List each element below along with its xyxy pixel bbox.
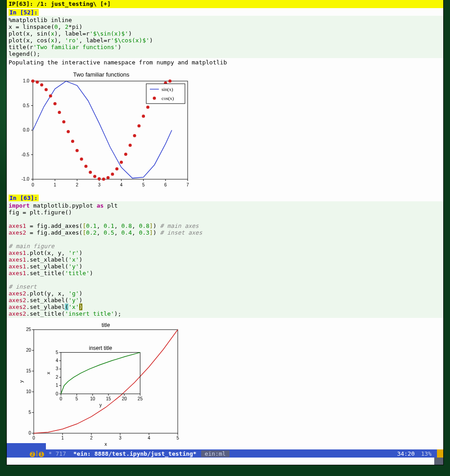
svg-point-40 — [84, 165, 87, 168]
svg-point-41 — [89, 171, 92, 174]
cell-prompt-63: In [63]: — [9, 195, 39, 201]
modeline-end-chip — [437, 449, 443, 458]
code-line: %matplotlib inline — [9, 17, 72, 23]
window-number-icon: 1 — [39, 452, 44, 457]
svg-text:4: 4 — [148, 435, 150, 440]
svg-text:1: 1 — [61, 435, 64, 440]
svg-point-48 — [120, 161, 123, 164]
svg-point-29 — [36, 81, 39, 84]
code-line: # main figure — [9, 243, 54, 249]
svg-point-54 — [146, 105, 149, 109]
code-line: legend(); — [9, 50, 40, 57]
svg-text:5: 5 — [142, 182, 145, 187]
svg-text:0.5: 0.5 — [23, 103, 29, 108]
svg-text:insert title: insert title — [89, 345, 112, 351]
svg-text:6: 6 — [164, 182, 167, 187]
code-line: plot(x, sin(x), label=r'$\sin(x)$') — [9, 30, 132, 37]
svg-point-46 — [111, 172, 114, 176]
svg-text:5: 5 — [76, 396, 78, 401]
svg-text:5: 5 — [176, 435, 179, 440]
svg-point-37 — [71, 140, 74, 143]
modeline[interactable]: 2|1 * 717 *ein: 8888/test.ipynb/just_tes… — [7, 449, 443, 458]
svg-point-45 — [107, 176, 110, 179]
svg-point-42 — [93, 175, 96, 178]
svg-point-36 — [67, 130, 70, 133]
svg-point-43 — [98, 177, 101, 180]
svg-text:0: 0 — [32, 182, 34, 187]
code-line: axes1.set_ylabel('y') — [9, 263, 82, 270]
code-line: axes2.set_ylabel('x') — [9, 304, 82, 310]
code-line: plot(x, cos(x), 'ro', label=r'$\cos(x)$'… — [9, 37, 153, 44]
svg-text:3: 3 — [56, 366, 58, 371]
svg-text:2: 2 — [56, 375, 58, 380]
matching-paren-open: ( — [65, 304, 68, 310]
svg-text:15: 15 — [106, 396, 111, 401]
notebook-content[interactable]: In [52]: %matplotlib inline x = linspace… — [7, 8, 443, 450]
svg-text:5: 5 — [28, 410, 31, 415]
svg-text:0: 0 — [28, 431, 31, 435]
svg-point-50 — [129, 144, 132, 147]
code-line: axes2.set_xlabel('y') — [9, 297, 82, 304]
svg-point-39 — [80, 158, 83, 161]
svg-text:y: y — [18, 380, 24, 383]
cursor: ) — [79, 304, 83, 310]
svg-text:3: 3 — [98, 182, 101, 187]
svg-point-51 — [133, 134, 136, 137]
svg-text:25: 25 — [26, 327, 32, 332]
svg-text:Two familiar functions: Two familiar functions — [73, 71, 130, 78]
modeline-percent: 13% — [418, 450, 435, 457]
minibuffer[interactable] — [7, 458, 443, 465]
svg-text:0.0: 0.0 — [23, 127, 29, 132]
cell-63-figure: 0123450510152025titlexy0510152025012345i… — [10, 320, 443, 450]
tab-bar[interactable]: IP[63]: /1: just_testing\ [+] — [7, 0, 443, 8]
svg-text:title: title — [102, 322, 110, 328]
svg-point-31 — [45, 88, 48, 91]
modeline-modified: * 717 — [46, 450, 72, 457]
svg-text:3: 3 — [119, 435, 122, 440]
svg-text:2: 2 — [76, 182, 79, 187]
svg-point-53 — [142, 115, 145, 118]
svg-point-35 — [62, 120, 65, 123]
code-line: title(r'Two familiar functions') — [9, 44, 121, 50]
svg-text:15: 15 — [26, 368, 32, 373]
svg-point-33 — [54, 102, 57, 105]
svg-point-34 — [58, 111, 61, 114]
code-line: axes2.plot(y, x, 'g') — [9, 290, 82, 297]
code-line: x = linspace(0, 2*pi) — [9, 23, 82, 30]
svg-text:5: 5 — [56, 350, 58, 355]
svg-text:-1.0: -1.0 — [22, 177, 30, 181]
code-line: axes1.set_title('title') — [9, 270, 93, 277]
svg-point-30 — [40, 83, 43, 86]
cell-52-stdout: Populating the interactive namespace fro… — [7, 58, 443, 67]
code-line: axes1.set_xlabel('x') — [9, 256, 82, 263]
svg-point-49 — [124, 153, 127, 156]
svg-text:sin(x): sin(x) — [162, 86, 173, 92]
code-line: axes1.plot(x, y, 'r') — [9, 249, 82, 256]
modeline-buffer-name[interactable]: *ein: 8888/test.ipynb/just_testing* — [72, 450, 198, 457]
svg-text:1: 1 — [56, 383, 58, 388]
svg-point-63 — [153, 97, 156, 100]
code-line: fig = plt.figure() — [9, 209, 72, 216]
svg-point-52 — [137, 124, 140, 127]
svg-point-32 — [49, 95, 52, 98]
svg-text:20: 20 — [26, 348, 32, 353]
svg-text:0: 0 — [32, 435, 35, 440]
svg-text:0: 0 — [56, 391, 58, 396]
svg-text:x: x — [45, 372, 51, 374]
cell-52-code[interactable]: %matplotlib inline x = linspace(0, 2*pi)… — [7, 16, 443, 58]
svg-point-28 — [32, 80, 35, 83]
svg-text:7: 7 — [186, 182, 189, 187]
svg-text:cos(x): cos(x) — [162, 95, 174, 101]
svg-point-47 — [115, 168, 118, 171]
minibuffer-end-chip — [434, 458, 443, 465]
svg-text:10: 10 — [90, 396, 95, 401]
code-line: # insert — [9, 283, 37, 290]
svg-text:-0.5: -0.5 — [22, 152, 30, 157]
svg-text:4: 4 — [120, 182, 123, 187]
modeline-position: 34:20 — [394, 450, 417, 457]
modeline-major-mode[interactable]: ein:ml — [201, 450, 230, 457]
cell-52-figure: Two familiar functions01234567-1.0-0.50.… — [11, 70, 443, 192]
window-number-icon: 2 — [30, 452, 35, 457]
cell-63-code[interactable]: import matplotlib.pyplot as plt fig = pl… — [7, 201, 443, 318]
code-line: axes2 = fig.add_axes([0.2, 0.5, 0.4, 0.3… — [9, 229, 202, 236]
